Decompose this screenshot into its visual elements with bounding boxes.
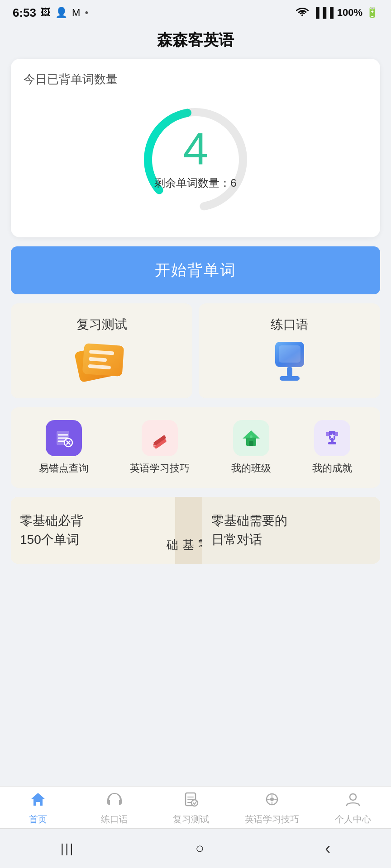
battery-text: 100%	[337, 7, 362, 19]
svg-point-28	[191, 800, 198, 806]
learning-tips-icon	[142, 420, 178, 456]
svg-rect-5	[280, 376, 300, 381]
nav-review[interactable]: 复习测试	[168, 791, 214, 826]
mail-icon: M	[72, 7, 80, 19]
nav-home[interactable]: 首页	[15, 791, 61, 826]
my-achievement-item[interactable]: 我的成就	[312, 420, 352, 475]
nav-profile-label: 个人中心	[335, 813, 371, 826]
circle-number: 4	[154, 126, 236, 171]
circle-center-text: 4 剩余单词数量：6	[154, 126, 236, 190]
beginner-label: 零基础	[175, 497, 202, 564]
review-icon	[183, 791, 199, 811]
learning-tips-item[interactable]: 英语学习技巧	[130, 420, 190, 475]
feature-cards: 复习测试 练口语	[11, 303, 380, 398]
svg-rect-3	[279, 345, 300, 363]
signal-icon: ▐▐▐	[312, 7, 334, 19]
mic-icon-wrap	[265, 340, 315, 386]
svg-point-30	[270, 797, 274, 801]
flashcard-line-3	[88, 364, 110, 369]
my-class-icon	[233, 420, 269, 456]
error-query-item[interactable]: 易错点查询	[39, 420, 89, 475]
user-icon: 👤	[55, 7, 67, 19]
skills-icon	[264, 791, 280, 811]
svg-rect-18	[249, 441, 253, 446]
vocab-card[interactable]: 零基础必背150个单词	[11, 497, 175, 564]
error-query-icon	[46, 420, 82, 456]
nav-skills[interactable]: 英语学习技巧	[245, 791, 299, 826]
home-icon	[30, 791, 46, 811]
vocab-card-title: 零基础必背150个单词	[20, 511, 166, 549]
svg-point-31	[350, 794, 356, 800]
sys-nav: ||| ○ ‹	[0, 828, 391, 868]
status-left: 6:53 🖼 👤 M •	[13, 6, 88, 20]
app-title: 森森客英语	[157, 31, 234, 48]
my-class-label: 我的班级	[231, 462, 271, 475]
nav-review-label: 复习测试	[173, 813, 209, 826]
dialogue-card-title: 零基础需要的日常对话	[211, 511, 371, 549]
progress-card: 今日已背单词数量 4	[11, 59, 380, 237]
flashcard-icon	[77, 343, 127, 383]
flashcard-line-2	[88, 357, 106, 362]
svg-rect-21	[328, 442, 336, 444]
my-achievement-label: 我的成就	[312, 462, 352, 475]
svg-rect-20	[331, 439, 334, 442]
start-button[interactable]: 开始背单词	[11, 246, 380, 294]
home-button[interactable]: ○	[182, 835, 218, 861]
recent-apps-button[interactable]: |||	[47, 837, 88, 860]
person-icon	[345, 791, 361, 811]
my-class-item[interactable]: 我的班级	[231, 420, 271, 475]
mic-icon	[267, 338, 312, 388]
main-content: 今日已背单词数量 4	[0, 59, 391, 663]
dot-icon: •	[85, 7, 88, 19]
bottom-cards: 零基础必背150个单词 零基础 零基础需要的日常对话	[11, 497, 380, 564]
status-time: 6:53	[13, 6, 36, 20]
oral-card[interactable]: 练口语	[199, 303, 380, 398]
photo-icon: 🖼	[41, 7, 51, 19]
back-button[interactable]: ‹	[311, 835, 344, 863]
battery-icon: 🔋	[366, 7, 378, 19]
nav-oral[interactable]: 练口语	[92, 791, 137, 826]
app-title-bar: 森森客英语	[0, 24, 391, 59]
svg-rect-4	[287, 367, 292, 376]
error-query-label: 易错点查询	[39, 462, 89, 475]
review-card-title: 复习测试	[76, 316, 127, 333]
flashcard-icon-wrap	[77, 340, 127, 386]
svg-point-19	[250, 435, 253, 438]
circle-container: 4 剩余单词数量：6	[132, 96, 259, 223]
nav-oral-label: 练口语	[101, 813, 128, 826]
progress-circle-wrapper: 4 剩余单词数量：6	[24, 96, 367, 223]
my-achievement-icon	[314, 420, 350, 456]
nav-profile[interactable]: 个人中心	[330, 791, 376, 826]
oral-card-title: 练口语	[271, 316, 309, 333]
icon-grid: 易错点查询 英语学习技巧	[11, 407, 380, 488]
headphone-icon	[106, 791, 123, 811]
review-card[interactable]: 复习测试	[11, 303, 192, 398]
nav-home-label: 首页	[29, 813, 47, 826]
nav-skills-label: 英语学习技巧	[245, 813, 299, 826]
status-right: ▐▐▐ 100% 🔋	[296, 6, 378, 19]
learning-tips-label: 英语学习技巧	[130, 462, 190, 475]
bottom-nav: 首页 练口语 复习测试	[0, 786, 391, 828]
status-bar: 6:53 🖼 👤 M • ▐▐▐ 100% 🔋	[0, 0, 391, 24]
circle-sub: 剩余单词数量：6	[154, 176, 236, 190]
flashcard-front	[82, 343, 124, 377]
svg-marker-23	[31, 793, 45, 806]
wifi-icon	[296, 6, 309, 19]
dialogue-card[interactable]: 零基础需要的日常对话	[202, 497, 380, 564]
flashcard-line-1	[89, 350, 114, 355]
